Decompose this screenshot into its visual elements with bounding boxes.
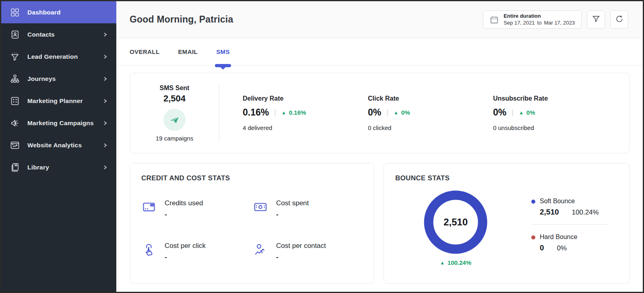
date-range-picker[interactable]: Entire duration Sep 17, 2021toMar 17, 20…: [483, 10, 582, 29]
funnel-icon: [10, 52, 20, 62]
legend-divider: [531, 224, 609, 225]
metric-delivery-rate: Delivery Rate 0.16% | ▲0.16% 4 delivered: [219, 95, 345, 131]
cost-spent-item: Cost spent -: [253, 199, 363, 219]
bounce-stats-card: BOUNCE STATS 2,510 ▲100.24%: [384, 163, 630, 284]
bounce-donut-column: 2,510 ▲100.24%: [395, 186, 516, 266]
checklist-icon: [10, 96, 20, 106]
metric-delta: ▲0.16%: [281, 109, 306, 116]
cost-per-click-item: Cost per click -: [141, 242, 253, 261]
legend-percent: 100.24%: [572, 208, 599, 217]
metric-caption: 4 delivered: [243, 124, 345, 131]
app-window: Dashboard Contacts Lead Generation Journ…: [0, 0, 644, 293]
tap-click-icon: [141, 242, 157, 261]
metric-caption: 0 clicked: [368, 124, 470, 131]
tab-sms[interactable]: SMS: [216, 38, 230, 65]
active-tab-indicator: [215, 64, 231, 67]
sidebar-item-label: Lead Generation: [27, 53, 78, 60]
donut-total-label: 2,510: [424, 190, 487, 254]
metric-delta-value: 0%: [401, 109, 410, 116]
tab-label: OVERALL: [130, 48, 159, 55]
sidebar-item-contacts[interactable]: Contacts: [1, 23, 116, 45]
sms-rate-metrics: Delivery Rate 0.16% | ▲0.16% 4 delivered…: [219, 95, 629, 131]
credit-cost-grid: Credits used - Cost spent -: [141, 199, 363, 261]
chevron-right-icon: [103, 165, 107, 170]
metric-separator: |: [386, 108, 388, 117]
sidebar-item-label: Marketing Campaigns: [27, 120, 94, 127]
chevron-right-icon: [103, 99, 107, 103]
main-area: Good Morning, Patricia Entire duration S…: [116, 1, 643, 292]
sms-campaign-count: 19 campaigns: [130, 135, 219, 142]
sidebar-item-library[interactable]: Library: [1, 156, 116, 178]
tab-overall[interactable]: OVERALL: [130, 38, 159, 65]
contacts-book-icon: [10, 29, 20, 40]
tab-label: EMAIL: [178, 48, 198, 55]
sidebar-item-marketing-campaigns[interactable]: Marketing Campaigns: [1, 112, 116, 134]
metric-delta-value: 0.16%: [289, 109, 306, 116]
date-range-text: Entire duration Sep 17, 2021toMar 17, 20…: [504, 13, 575, 26]
book-icon: [10, 162, 20, 173]
up-arrow-icon: ▲: [440, 260, 445, 266]
bounce-body: 2,510 ▲100.24% Soft Bounce 2,510: [395, 186, 618, 266]
credit-card-icon: [141, 199, 157, 219]
chevron-right-icon: [103, 32, 107, 37]
credit-cost-label: Cost spent: [276, 199, 309, 207]
paper-plane-icon: [163, 109, 186, 131]
sms-sent-value: 2,504: [130, 93, 219, 104]
credit-cost-label: Cost per click: [165, 242, 206, 250]
sidebar-item-marketing-planner[interactable]: Marketing Planner: [1, 90, 116, 112]
refresh-button[interactable]: [610, 10, 628, 29]
sms-sent-block: SMS Sent 2,504 19 campaigns: [130, 85, 219, 142]
sidebar-item-website-analytics[interactable]: Website Analytics: [1, 134, 116, 156]
legend-label: Soft Bounce: [540, 198, 599, 205]
bounce-stats-title: BOUNCE STATS: [395, 174, 618, 182]
sidebar-item-label: Website Analytics: [27, 142, 82, 149]
sitemap-icon: [10, 74, 20, 84]
lower-cards-row: CREDIT AND COST STATS Credits used -: [130, 163, 630, 284]
sidebar-item-label: Journeys: [27, 75, 56, 83]
chevron-right-icon: [103, 143, 107, 148]
metric-value: 0%: [493, 107, 506, 118]
dashboard-tabs: OVERALL EMAIL SMS: [116, 38, 643, 66]
bounce-donut-chart[interactable]: 2,510: [424, 190, 487, 254]
credit-cost-value: -: [165, 210, 203, 219]
date-to-word: to: [537, 20, 542, 26]
metric-value: 0.16%: [243, 107, 269, 118]
hard-bounce-dot-icon: [531, 235, 535, 239]
sms-sent-title: SMS Sent: [130, 85, 219, 92]
legend-item-soft-bounce: Soft Bounce 2,510 100.24%: [531, 198, 618, 217]
topbar-actions: Entire duration Sep 17, 2021toMar 17, 20…: [483, 10, 628, 29]
chevron-right-icon: [103, 76, 107, 81]
chevron-right-icon: [103, 54, 107, 59]
browser-chart-icon: [10, 140, 20, 151]
metric-separator: |: [274, 108, 276, 117]
credit-cost-value: -: [165, 253, 206, 261]
metric-unsubscribe-rate: Unsubscribe Rate 0% | ▲0% 0 unsubscribed: [470, 95, 629, 131]
legend-item-hard-bounce: Hard Bounce 0 0%: [531, 233, 618, 252]
filter-button[interactable]: [587, 10, 605, 29]
metric-delta-value: 0%: [526, 109, 535, 116]
credit-cost-label: Credits used: [165, 199, 203, 207]
legend-percent: 0%: [557, 244, 567, 252]
refresh-icon: [615, 14, 624, 25]
soft-bounce-dot-icon: [531, 200, 535, 204]
sidebar-item-dashboard[interactable]: Dashboard: [1, 1, 116, 23]
metric-separator: |: [512, 108, 514, 117]
credit-cost-title: CREDIT AND COST STATS: [141, 174, 363, 182]
tab-email[interactable]: EMAIL: [178, 38, 198, 65]
filter-icon: [592, 14, 601, 25]
grid-icon: [10, 7, 20, 18]
metric-value: 0%: [368, 107, 381, 118]
credit-cost-value: -: [276, 253, 326, 261]
up-arrow-icon: ▲: [281, 110, 286, 116]
sidebar-item-journeys[interactable]: Journeys: [1, 68, 116, 90]
sidebar-item-lead-generation[interactable]: Lead Generation: [1, 45, 116, 68]
sidebar: Dashboard Contacts Lead Generation Journ…: [1, 1, 116, 292]
metric-title: Delivery Rate: [243, 95, 345, 102]
up-arrow-icon: ▲: [394, 110, 398, 116]
credit-cost-label: Cost per contact: [276, 242, 326, 250]
bounce-delta: ▲100.24%: [395, 259, 516, 266]
credit-cost-card: CREDIT AND COST STATS Credits used -: [130, 163, 374, 284]
contact-growth-icon: [253, 242, 268, 261]
cost-per-contact-item: Cost per contact -: [253, 242, 363, 261]
metric-caption: 0 unsubscribed: [493, 124, 629, 131]
